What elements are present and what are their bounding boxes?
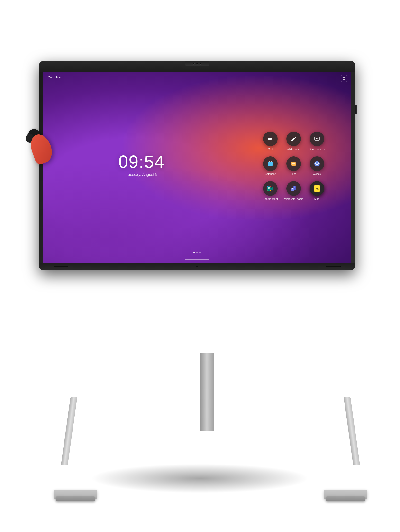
svg-rect-2 bbox=[343, 79, 344, 80]
app-icon-call bbox=[263, 132, 278, 146]
speaker-left bbox=[54, 266, 68, 267]
camera-led-1 bbox=[193, 63, 195, 65]
stand-leg-left bbox=[54, 397, 102, 499]
miro-logo-icon: m bbox=[313, 185, 321, 192]
app-item-call[interactable]: Call bbox=[261, 132, 280, 153]
app-icon-share-screen bbox=[310, 132, 324, 146]
svg-rect-15 bbox=[268, 187, 270, 188]
app-item-share-screen[interactable]: Share screen bbox=[307, 132, 327, 153]
svg-point-24 bbox=[292, 188, 293, 189]
app-icon-webex bbox=[310, 156, 324, 171]
app-label-microsoft-teams: Microsoft Teams bbox=[284, 197, 303, 200]
svg-rect-7 bbox=[269, 161, 270, 162]
app-label-files: Files bbox=[291, 172, 296, 175]
app-label-whiteboard: Whiteboard bbox=[287, 148, 300, 151]
app-item-files[interactable]: Files bbox=[284, 156, 303, 178]
app-item-calendar[interactable]: Calendar bbox=[261, 156, 280, 178]
app-label-miro: Miro bbox=[314, 197, 319, 200]
clock-time: 09:54 bbox=[118, 153, 165, 171]
svg-point-22 bbox=[294, 186, 295, 188]
page-dot-2[interactable] bbox=[196, 252, 198, 253]
breadcrumb-chevron-icon: › bbox=[62, 76, 63, 79]
app-icon-miro: m bbox=[310, 181, 324, 196]
svg-rect-11 bbox=[292, 163, 295, 164]
svg-rect-16 bbox=[268, 188, 270, 189]
grid-icon bbox=[342, 77, 346, 80]
app-item-microsoft-teams[interactable]: Microsoft Teams bbox=[284, 181, 303, 203]
svg-rect-3 bbox=[344, 79, 345, 80]
screen-top-right-area bbox=[341, 75, 347, 82]
svg-text:m: m bbox=[315, 187, 319, 191]
center-pole bbox=[200, 353, 214, 431]
screen: Campfire › 09:54 Tuesday, August 9 bbox=[43, 72, 351, 263]
grid-icon-button[interactable] bbox=[341, 75, 347, 82]
page-dots bbox=[193, 252, 201, 253]
app-label-share-screen: Share screen bbox=[309, 148, 325, 151]
app-label-google-meet: Google Meet bbox=[263, 197, 278, 200]
speaker-right bbox=[326, 266, 341, 267]
app-label-calendar: Calendar bbox=[265, 172, 276, 175]
clock-date: Tuesday, August 9 bbox=[118, 172, 165, 177]
svg-rect-18 bbox=[270, 186, 271, 187]
camera-bump bbox=[185, 61, 209, 66]
app-item-whiteboard[interactable]: Whiteboard bbox=[284, 132, 303, 153]
camera-led-2 bbox=[200, 63, 201, 65]
page-dot-3[interactable] bbox=[199, 252, 201, 253]
home-bar[interactable] bbox=[185, 259, 209, 260]
google-meet-icon bbox=[267, 185, 274, 192]
bezel-bottom bbox=[39, 263, 355, 270]
svg-rect-10 bbox=[270, 164, 271, 164]
app-label-call: Call bbox=[268, 148, 273, 151]
stand-leg-right-shape bbox=[319, 397, 367, 499]
stand-left-foot-bottom bbox=[56, 496, 95, 501]
teams-icon bbox=[290, 185, 297, 192]
camera-lens bbox=[196, 63, 198, 65]
app-icon-whiteboard bbox=[286, 132, 301, 146]
app-item-webex[interactable]: Webex bbox=[307, 156, 327, 178]
stand-right-pole bbox=[344, 397, 360, 465]
svg-rect-9 bbox=[269, 164, 270, 164]
app-grid: Call Whiteboard bbox=[261, 132, 327, 203]
stand-left-pole bbox=[61, 397, 77, 465]
svg-rect-17 bbox=[267, 186, 268, 187]
app-item-google-meet[interactable]: Google Meet bbox=[261, 181, 280, 203]
monitor-body: Campfire › 09:54 Tuesday, August 9 bbox=[39, 61, 355, 270]
page-dot-1[interactable] bbox=[193, 252, 195, 253]
files-icon bbox=[291, 161, 297, 167]
breadcrumb-label: Campfire bbox=[48, 76, 61, 79]
stand-left-foot bbox=[54, 490, 97, 499]
clock-area: 09:54 Tuesday, August 9 bbox=[118, 153, 165, 177]
device-wrapper: Campfire › 09:54 Tuesday, August 9 bbox=[39, 61, 375, 499]
bezel-top bbox=[39, 61, 355, 72]
app-icon-calendar bbox=[263, 156, 278, 171]
app-label-webex: Webex bbox=[313, 172, 321, 175]
app-icon-files bbox=[286, 156, 301, 171]
app-item-miro[interactable]: m Miro bbox=[307, 181, 327, 203]
side-button[interactable] bbox=[355, 105, 357, 114]
svg-rect-8 bbox=[271, 161, 272, 162]
svg-rect-1 bbox=[344, 77, 345, 78]
calendar-icon bbox=[267, 161, 273, 167]
stand-leg-left-shape bbox=[54, 397, 102, 499]
pencil-icon bbox=[291, 136, 297, 142]
svg-rect-25 bbox=[291, 190, 293, 190]
stand-right-foot-bottom bbox=[326, 496, 365, 501]
stand-leg-right bbox=[319, 397, 367, 499]
svg-rect-20 bbox=[270, 190, 271, 191]
screen-share-icon bbox=[314, 136, 320, 142]
left-decoration bbox=[32, 134, 51, 163]
video-camera-icon bbox=[267, 136, 273, 142]
svg-point-13 bbox=[316, 164, 318, 165]
stand-right-foot bbox=[324, 490, 367, 499]
svg-rect-0 bbox=[343, 77, 344, 78]
center-indicator bbox=[196, 266, 198, 267]
app-icon-google-meet bbox=[263, 181, 278, 196]
svg-rect-4 bbox=[268, 138, 271, 140]
app-icon-microsoft-teams bbox=[286, 181, 301, 196]
webex-icon bbox=[314, 160, 320, 167]
breadcrumb[interactable]: Campfire › bbox=[48, 76, 62, 79]
svg-rect-19 bbox=[267, 190, 268, 191]
